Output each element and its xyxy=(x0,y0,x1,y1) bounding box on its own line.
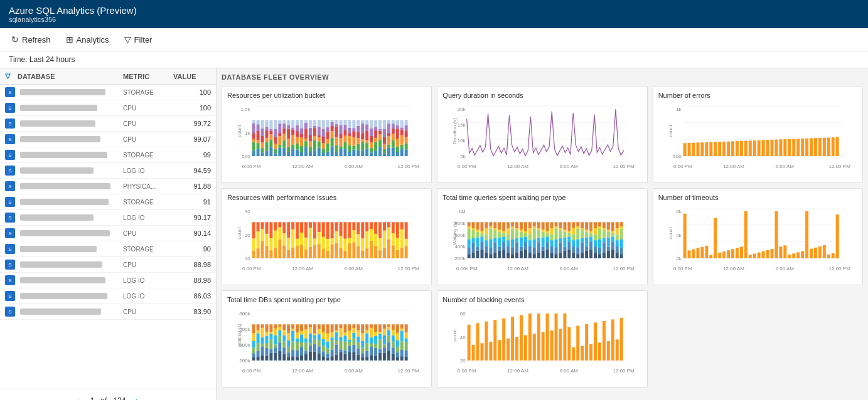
svg-rect-543 xyxy=(559,228,562,230)
table-row[interactable]: S CPU 99.72 xyxy=(0,116,216,132)
chart-card-queries-waiting: Total time queries spent waiting per typ… xyxy=(437,188,647,285)
db-icon: S xyxy=(5,166,15,176)
svg-rect-517 xyxy=(542,238,545,247)
svg-rect-675 xyxy=(823,245,826,258)
svg-rect-45 xyxy=(278,124,281,133)
svg-rect-11 xyxy=(257,149,260,156)
svg-rect-823 xyxy=(348,352,351,361)
svg-rect-711 xyxy=(265,344,268,348)
svg-rect-936 xyxy=(537,313,540,361)
svg-rect-270 xyxy=(788,139,791,156)
svg-rect-185 xyxy=(383,153,386,156)
svg-rect-84 xyxy=(309,147,312,152)
filter-icon: ▽ xyxy=(124,34,131,45)
svg-rect-925 xyxy=(490,342,493,361)
svg-rect-19 xyxy=(261,142,264,148)
svg-rect-366 xyxy=(356,234,360,246)
svg-rect-92 xyxy=(313,128,316,136)
svg-text:6:00 PM: 6:00 PM xyxy=(458,164,476,169)
svg-rect-662 xyxy=(766,250,769,258)
svg-rect-806 xyxy=(335,344,338,354)
svg-rect-151 xyxy=(356,138,360,144)
next-page-button[interactable]: › xyxy=(132,394,142,400)
table-row[interactable]: S CPU 90.14 xyxy=(0,226,216,241)
svg-rect-171 xyxy=(370,129,373,136)
svg-rect-472 xyxy=(506,222,510,228)
svg-rect-842 xyxy=(361,353,364,357)
svg-rect-453 xyxy=(494,228,497,230)
table-row[interactable]: S LOG IO 94.59 xyxy=(0,163,216,179)
svg-rect-790 xyxy=(322,339,325,345)
chart-svg: Duration (s) 6:00 PM12:00 AM6:00 AM12:00… xyxy=(442,103,641,172)
svg-rect-418 xyxy=(468,222,471,226)
table-row[interactable]: S LOG IO 88.98 xyxy=(0,273,216,288)
table-row[interactable]: S LOG IO 90.17 xyxy=(0,210,216,226)
db-bar xyxy=(18,150,123,159)
svg-rect-787 xyxy=(322,356,325,361)
svg-rect-374 xyxy=(370,241,373,258)
svg-rect-822 xyxy=(343,324,346,332)
svg-rect-471 xyxy=(506,228,510,234)
svg-rect-576 xyxy=(585,247,588,251)
svg-rect-380 xyxy=(378,250,382,258)
col-value: VALUE xyxy=(173,73,211,80)
svg-rect-25 xyxy=(265,138,268,142)
svg-rect-155 xyxy=(361,150,364,156)
refresh-button[interactable]: ↻ Refresh xyxy=(9,33,53,46)
svg-rect-400 xyxy=(405,222,408,238)
svg-rect-193 xyxy=(387,136,390,145)
svg-rect-129 xyxy=(340,125,343,134)
svg-rect-273 xyxy=(801,139,804,156)
svg-rect-508 xyxy=(533,222,536,226)
prev-page-button[interactable]: ‹ xyxy=(73,394,84,400)
svg-rect-18 xyxy=(261,148,264,152)
svg-rect-369 xyxy=(361,238,364,250)
svg-rect-64 xyxy=(291,120,294,127)
table-row[interactable]: S CPU 99.07 xyxy=(0,132,216,147)
svg-text:60: 60 xyxy=(460,311,466,317)
svg-rect-758 xyxy=(300,347,303,355)
filter-button[interactable]: ▽ Filter xyxy=(122,33,155,46)
table-row[interactable]: S CPU 83.90 xyxy=(0,304,216,320)
svg-text:count: count xyxy=(237,226,242,239)
svg-rect-343 xyxy=(322,222,325,237)
table-row[interactable]: S STORAGE 99 xyxy=(0,147,216,163)
table-row[interactable]: S PHYSICA... 91.88 xyxy=(0,179,216,194)
svg-rect-507 xyxy=(533,226,536,228)
svg-rect-91 xyxy=(313,136,316,140)
svg-rect-750 xyxy=(291,324,294,329)
svg-rect-80 xyxy=(304,129,308,139)
svg-rect-394 xyxy=(396,222,399,238)
table-row[interactable]: S STORAGE 91 xyxy=(0,194,216,210)
svg-rect-655 xyxy=(736,248,739,258)
svg-rect-896 xyxy=(400,350,404,356)
svg-rect-663 xyxy=(770,249,773,258)
db-icon: S xyxy=(5,213,15,223)
svg-rect-499 xyxy=(528,240,532,246)
svg-text:6:00 AM: 6:00 AM xyxy=(560,164,579,169)
table-row[interactable]: S STORAGE 90 xyxy=(0,241,216,257)
analytics-button[interactable]: ⊞ Analytics xyxy=(63,33,112,46)
svg-rect-277 xyxy=(818,138,822,156)
table-row[interactable]: S CPU 100 xyxy=(0,100,216,116)
svg-rect-551 xyxy=(568,250,571,258)
svg-rect-320 xyxy=(291,248,294,258)
svg-rect-646 xyxy=(696,248,699,258)
svg-rect-552 xyxy=(568,242,571,250)
svg-rect-267 xyxy=(774,140,778,156)
db-bar xyxy=(18,197,123,206)
svg-rect-536 xyxy=(555,228,558,239)
table-row[interactable]: S STORAGE 100 xyxy=(0,85,216,100)
svg-rect-89 xyxy=(313,150,316,156)
svg-rect-782 xyxy=(318,346,321,353)
svg-rect-301 xyxy=(261,222,264,229)
svg-rect-788 xyxy=(322,351,325,356)
chart-svg: Waiting (s) 6:00s PM12:00 AM6:00 AM12:00… xyxy=(442,205,641,274)
table-filter-icon[interactable]: ▽ xyxy=(5,72,18,80)
svg-rect-367 xyxy=(356,222,360,234)
table-row[interactable]: S CPU 88.98 xyxy=(0,257,216,273)
table-row[interactable]: S LOG IO 86.03 xyxy=(0,288,216,304)
svg-rect-121 xyxy=(335,137,338,145)
svg-rect-440 xyxy=(485,234,488,241)
svg-rect-476 xyxy=(511,228,514,239)
